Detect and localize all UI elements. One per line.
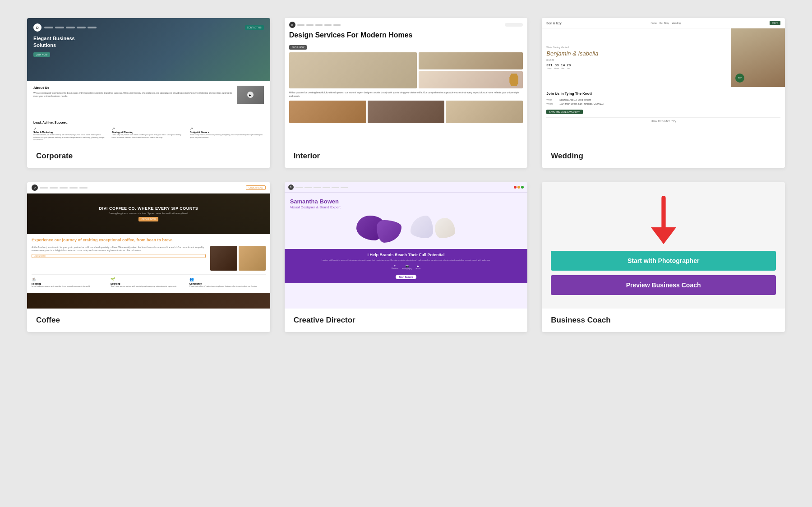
- int-title: Design Services For Modern Homes: [289, 31, 523, 39]
- corp-cta-btn: JOIN NOW: [33, 52, 50, 57]
- card-corporate[interactable]: D CONTACT US Elegant BusinessSolutions J…: [27, 18, 270, 168]
- svg-marker-1: [651, 227, 676, 244]
- corp-about-image: ▶: [237, 86, 264, 104]
- corp-services: ↗ Sales & Marketing In the battlefield, …: [33, 127, 264, 141]
- business-cta-preview: Start with Photographer Preview Business…: [542, 182, 785, 309]
- wed-days-lbl: Days: [546, 67, 552, 69]
- wed-sec-lbl: Sec: [567, 67, 571, 69]
- int-description: With a passion for creating beautiful, f…: [289, 91, 523, 98]
- cre-icon-label-1: Curation: [392, 267, 398, 269]
- wed-where-label: Where: [546, 102, 558, 105]
- cre-brands-title: I Help Brands Reach Their Full Potential: [290, 253, 522, 258]
- wed-when-value: Saturday, Aug 12, 2023 4:00pm: [559, 98, 591, 101]
- template-grid: D CONTACT US Elegant BusinessSolutions J…: [27, 18, 785, 332]
- cof-body: Experience our journey of crafting excep…: [27, 234, 270, 291]
- cof-hero-sub: Brewing happiness, one cup at a time. Si…: [109, 212, 189, 215]
- int-shop-btn: SHOP NOW: [289, 45, 307, 50]
- business-coach-label: Business Coach: [542, 309, 785, 332]
- corp-about-section: ▶ About Us We are dedicated to empowerin…: [27, 81, 270, 117]
- cre-dot-3: [521, 186, 524, 189]
- cre-service-icons: ● Curation 📷 Photography ◆ Brand: [290, 264, 522, 270]
- wed-where-row: Where 1234 Main Street, San Francisco, C…: [546, 102, 780, 105]
- corp-nav: D CONTACT US: [33, 23, 264, 32]
- cof-description: At the forefront, we strive to be your g…: [32, 246, 206, 252]
- preview-business-coach-button[interactable]: Preview Business Coach: [551, 275, 776, 295]
- wed-sec-num: 29: [567, 63, 571, 67]
- wed-min-num: 14: [561, 63, 565, 67]
- wed-where-value: 1234 Main Street, San Francisco, CA 9410…: [559, 102, 604, 105]
- wed-bottom: Join Us In Tying The Knot! When Saturday…: [542, 87, 785, 144]
- cof-nav-link: [50, 187, 58, 189]
- wed-hero-image: RSVP: [731, 28, 785, 87]
- start-with-photographer-button[interactable]: Start with Photographer: [551, 251, 776, 271]
- wed-countdown: 371 Days 03 Hours 14 Min 29: [546, 63, 726, 69]
- cof-images: [210, 246, 266, 271]
- wed-circle-decoration: RSVP: [735, 74, 744, 83]
- int-main-image: [289, 52, 417, 88]
- cof-service-sourcing: 🌱 Sourcing That's how we can partner wit…: [111, 277, 187, 287]
- corp-service-text-2: That's why we partner with clients to of…: [112, 134, 186, 138]
- wed-min-lbl: Min: [561, 67, 565, 69]
- cre-cta: Start Sample: [290, 272, 522, 280]
- wed-hero: We're Getting Married! Benjamin & Isabel…: [542, 28, 785, 87]
- chair-decoration: [509, 74, 518, 86]
- wed-count-days: 371 Days: [546, 63, 552, 69]
- int-bottom-image: [419, 71, 523, 88]
- cre-blob-group-1: [356, 216, 401, 243]
- int-gallery: [289, 101, 523, 123]
- corp-nav-link: [88, 27, 97, 28]
- int-logo-icon: D: [289, 22, 295, 28]
- cre-icon-curation: ● Curation: [392, 264, 398, 270]
- int-gallery-item-2: [368, 101, 445, 123]
- card-wedding[interactable]: Ben & Izzy Home Our Story Wedding RSVP W…: [542, 18, 785, 168]
- arrow-icon-2: ↗: [112, 127, 186, 131]
- corp-nav-links: [44, 27, 97, 28]
- int-side-images: [419, 52, 523, 88]
- cre-role: Visual Designer & Brand Expert: [290, 205, 522, 209]
- wed-hours-num: 03: [554, 63, 559, 67]
- cof-nav-btn: ORDER NOW: [246, 185, 266, 190]
- corp-nav-link: [55, 27, 64, 28]
- int-nav-item: [306, 24, 314, 26]
- int-gallery-item-1: [289, 101, 366, 123]
- card-coffee[interactable]: D ORDER NOW DIVI COFFEE CO. WHERE EVERY …: [27, 182, 270, 332]
- cre-blobs: [285, 212, 528, 246]
- cre-nav-link: [295, 187, 303, 188]
- corp-service-text-3: From comprehensive financial planning, b…: [190, 134, 264, 138]
- wed-circle-text: RSVP: [738, 77, 742, 79]
- wed-hero-text: We're Getting Married! Benjamin & Isabel…: [542, 28, 731, 87]
- cof-logo-icon: D: [32, 184, 38, 191]
- card-interior[interactable]: D Design Services For Modern Homes SHOP …: [285, 18, 528, 168]
- cre-nav-link: [341, 187, 348, 188]
- wed-how-met: How Ben Met Izzy: [546, 117, 780, 124]
- cre-icon-label-3: Brand: [416, 267, 421, 270]
- cof-tagline: Experience our journey of crafting excep…: [32, 238, 266, 243]
- cre-dot-2: [517, 186, 520, 189]
- cof-service-community: 👥 Community It's not just coffee, it's a…: [189, 277, 266, 287]
- cre-brands-sub: I partner with brands to uncover their u…: [290, 259, 522, 262]
- wed-hours-lbl: Hours: [554, 67, 559, 69]
- corp-service-3: ↗ Budget & Finance From comprehensive fi…: [190, 127, 264, 141]
- cre-hero: Samantha Bowen Visual Designer & Brand E…: [285, 193, 528, 212]
- corp-nav-link: [44, 27, 53, 28]
- cof-service-text-2: That's how we can partner with specialty…: [111, 285, 187, 287]
- int-gallery-item-3: [446, 101, 523, 123]
- interior-label: Interior: [285, 144, 528, 168]
- cre-name: Samantha Bowen: [290, 198, 522, 205]
- int-nav-item: [333, 24, 341, 26]
- cre-icon-label-2: Photography: [402, 267, 412, 270]
- cre-blob-group-2: [407, 216, 455, 243]
- corp-bottom-section: Lead. Achive. Succeed. ↗ Sales & Marketi…: [27, 117, 270, 144]
- corp-nav-link: [66, 27, 75, 28]
- corp-service-2: ↗ Strategy & Planning That's why we part…: [112, 127, 186, 141]
- card-business-coach[interactable]: Start with Photographer Preview Business…: [542, 182, 785, 332]
- roasting-icon: ☕: [32, 277, 108, 281]
- int-nav-item: [297, 24, 304, 26]
- creative-director-label: Creative Director: [285, 309, 528, 332]
- card-creative-director[interactable]: D Samantha Bowen Visual Designer & Brand…: [285, 182, 528, 332]
- cof-learn-more-btn: LEARN MORE: [32, 254, 206, 258]
- wed-count-min: 14 Min: [561, 63, 565, 69]
- wedding-preview: Ben & Izzy Home Our Story Wedding RSVP W…: [542, 18, 785, 144]
- wed-nav-title: Ben & Izzy: [546, 22, 561, 25]
- corp-hero: D CONTACT US Elegant BusinessSolutions J…: [27, 18, 270, 81]
